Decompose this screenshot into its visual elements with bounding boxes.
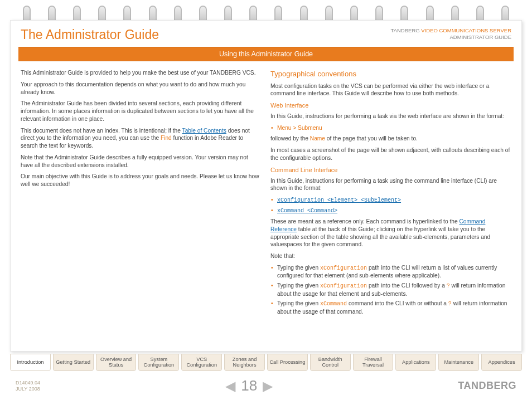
cli-p1: In this Guide, instructions for performi… bbox=[270, 177, 511, 193]
intro-p4: This document does not have an index. Th… bbox=[21, 127, 262, 150]
doc-date: JULY 2008 bbox=[16, 386, 40, 392]
nav-tabs: IntroductionGetting StartedOverview and … bbox=[10, 354, 522, 371]
cli-command-list: xConfiguration <Element> <SubElement> xC… bbox=[270, 196, 511, 214]
section-banner: Using this Administrator Guide bbox=[18, 47, 514, 61]
cli-heading: Command Line Interface bbox=[270, 166, 511, 174]
web-p3: In most cases a screenshot of the page w… bbox=[270, 147, 511, 162]
xconfiguration-link[interactable]: xConfiguration <Element> <SubElement> bbox=[277, 197, 401, 203]
xcommand-link[interactable]: xCommand <Command> bbox=[277, 208, 337, 214]
intro-p3: The Administrator Guide has been divided… bbox=[21, 100, 262, 123]
intro-p2: Your approach to this documentation depe… bbox=[21, 81, 262, 96]
cli-note-3: Typing the given xCommand command into t… bbox=[277, 300, 511, 315]
right-column: Typographical conventions Most configura… bbox=[266, 67, 511, 351]
brand-logo: TANDBERG bbox=[458, 380, 516, 392]
page-number: 18 bbox=[241, 377, 257, 394]
page-title: The Administrator Guide bbox=[21, 27, 159, 42]
content: This Administrator Guide is provided to … bbox=[11, 65, 521, 351]
intro-p1: This Administrator Guide is provided to … bbox=[21, 69, 262, 77]
cli-note-1: Typing the given xConfiguration path int… bbox=[277, 264, 511, 280]
tab-introduction[interactable]: Introduction bbox=[10, 354, 51, 371]
typographical-heading: Typographical conventions bbox=[270, 69, 511, 79]
cli-note-2: Typing the given xConfiguration path int… bbox=[277, 282, 511, 297]
tab-system-configuration[interactable]: System Configuration bbox=[138, 354, 179, 371]
doc-id: D14049.04 bbox=[16, 380, 40, 386]
cli-p2: These are meant as a reference only. Eac… bbox=[270, 218, 511, 248]
header-subtitle: ADMINISTRATOR GUIDE bbox=[450, 34, 512, 40]
tab-getting-started[interactable]: Getting Started bbox=[53, 354, 94, 371]
tab-vcs-configuration[interactable]: VCS Configuration bbox=[181, 354, 222, 371]
pager: ◀ 18 ▶ bbox=[225, 377, 273, 394]
page: The Administrator Guide TANDBERG VIDEO C… bbox=[10, 20, 522, 352]
doc-meta: D14049.04 JULY 2008 bbox=[16, 380, 40, 392]
tab-zones-and-neighbors[interactable]: Zones and Neighbors bbox=[224, 354, 265, 371]
web-p2: followed by the Name of the page that yo… bbox=[270, 135, 511, 143]
tab-maintenance[interactable]: Maintenance bbox=[438, 354, 479, 371]
web-p1: In this Guide, instructions for performi… bbox=[270, 113, 511, 120]
tab-call-processing[interactable]: Call Processing bbox=[267, 354, 308, 371]
cli-note-list: Typing the given xConfiguration path int… bbox=[270, 264, 511, 316]
tab-firewall-traversal[interactable]: Firewall Traversal bbox=[353, 354, 394, 371]
menu-submenu-example: Menu > Submenu bbox=[277, 125, 322, 131]
intro-p5: Note that the Administrator Guide descri… bbox=[21, 154, 262, 169]
find-link[interactable]: Find bbox=[161, 135, 172, 141]
footer: D14049.04 JULY 2008 ◀ 18 ▶ TANDBERG bbox=[16, 377, 516, 394]
name-highlight: Name bbox=[310, 135, 325, 142]
tab-appendices[interactable]: Appendices bbox=[481, 354, 522, 371]
header-product: VIDEO COMMUNICATIONS SERVER bbox=[421, 27, 511, 33]
tab-bandwidth-control[interactable]: Bandwidth Control bbox=[310, 354, 351, 371]
web-interface-heading: Web Interface bbox=[270, 101, 511, 110]
prev-page-arrow[interactable]: ◀ bbox=[225, 378, 235, 394]
header: The Administrator Guide TANDBERG VIDEO C… bbox=[11, 21, 521, 47]
web-bullet-list: Menu > Submenu bbox=[270, 124, 511, 132]
typo-p1: Most configuration tasks on the VCS can … bbox=[270, 82, 511, 98]
header-right: TANDBERG VIDEO COMMUNICATIONS SERVER ADM… bbox=[391, 27, 511, 41]
spiral-binding bbox=[0, 0, 532, 20]
next-page-arrow[interactable]: ▶ bbox=[263, 378, 273, 394]
toc-link[interactable]: Table of Contents bbox=[182, 128, 226, 134]
left-column: This Administrator Guide is provided to … bbox=[21, 67, 266, 351]
tab-overview-and-status[interactable]: Overview and Status bbox=[96, 354, 137, 371]
cli-note: Note that: bbox=[270, 252, 511, 260]
tab-applications[interactable]: Applications bbox=[395, 354, 436, 371]
intro-p6: Our main objective with this Guide is to… bbox=[21, 173, 262, 188]
header-prefix: TANDBERG bbox=[391, 27, 422, 33]
